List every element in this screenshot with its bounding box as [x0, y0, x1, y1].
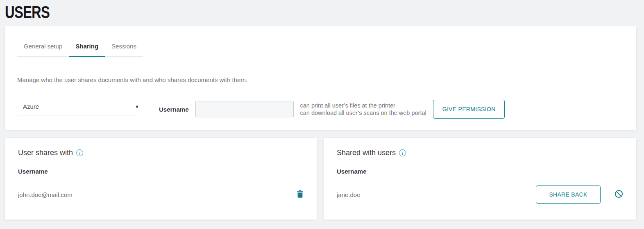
provider-select[interactable]: Azure ▼ — [17, 103, 140, 115]
block-share-button[interactable] — [615, 190, 623, 199]
give-permission-form: Azure ▼ Username can print all user’s fi… — [17, 100, 624, 119]
sharing-settings-card: General setup Sharing Sessions Manage wh… — [5, 26, 636, 130]
share-back-button[interactable]: SHARE BACK — [536, 185, 601, 204]
table-row: jane.doe SHARE BACK — [337, 180, 623, 206]
user-shares-with-title: User shares with i — [18, 149, 304, 157]
permission-hint: can print all user’s files at the printe… — [300, 102, 426, 117]
shared-with-users-title-text: Shared with users — [337, 149, 396, 157]
trash-icon — [297, 190, 304, 199]
username-column-header: Username — [337, 168, 623, 180]
page-title: USERS — [5, 4, 497, 21]
shared-username: john.doe@mail.com — [18, 191, 73, 198]
permission-hint-line-1: can print all user’s files at the printe… — [300, 102, 426, 109]
shared-with-users-panel: Shared with users i Username jane.doe SH… — [324, 138, 636, 220]
username-column-header: Username — [18, 168, 304, 180]
tab-sessions[interactable]: Sessions — [105, 43, 143, 57]
shared-with-users-title: Shared with users i — [337, 149, 623, 157]
username-input[interactable] — [195, 101, 294, 117]
permission-hint-line-2: can download all user’s scans on the web… — [300, 109, 426, 117]
tab-sharing[interactable]: Sharing — [69, 43, 105, 57]
sharing-panels: User shares with i Username john.doe@mai… — [5, 138, 636, 220]
username-label: Username — [159, 106, 189, 113]
delete-share-button[interactable] — [297, 190, 304, 199]
row-actions: SHARE BACK — [536, 185, 623, 204]
user-shares-with-title-text: User shares with — [18, 149, 73, 157]
give-permission-button[interactable]: GIVE PERMISSION — [433, 100, 505, 119]
sharing-description: Manage who the user shares documents wit… — [17, 76, 624, 83]
block-icon — [615, 190, 623, 199]
users-page: USERS General setup Sharing Sessions Man… — [0, 0, 644, 220]
shared-username: jane.doe — [337, 191, 361, 198]
chevron-down-icon: ▼ — [135, 104, 139, 109]
tab-general-setup[interactable]: General setup — [17, 43, 69, 57]
table-row: john.doe@mail.com — [18, 180, 304, 206]
user-shares-with-panel: User shares with i Username john.doe@mai… — [5, 138, 317, 220]
tab-bar: General setup Sharing Sessions — [17, 43, 143, 57]
provider-select-value: Azure — [23, 103, 39, 110]
info-icon[interactable]: i — [76, 149, 83, 156]
info-icon[interactable]: i — [399, 149, 406, 156]
